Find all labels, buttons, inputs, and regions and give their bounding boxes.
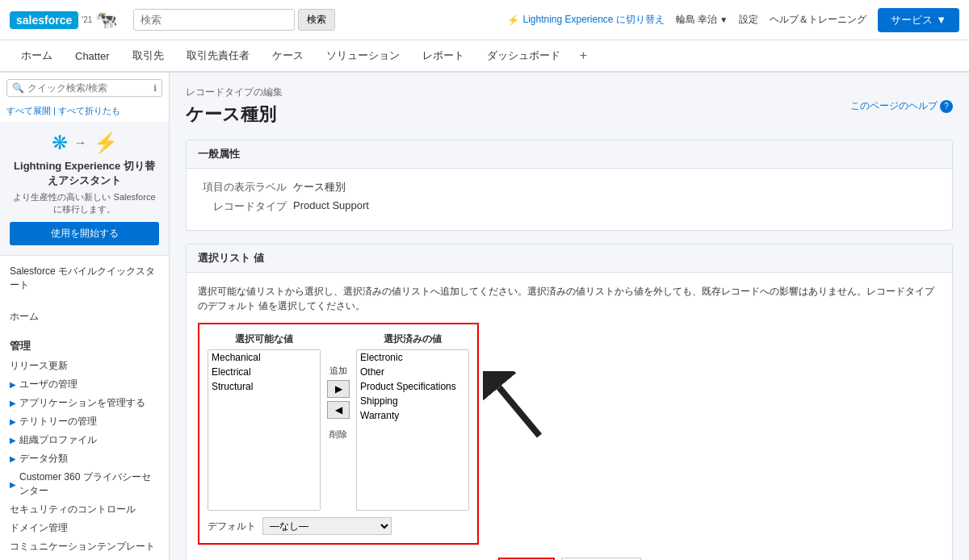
svg-line-1 bbox=[499, 387, 539, 436]
selected-option-other[interactable]: Other bbox=[357, 365, 468, 379]
sidebar-app-mgmt[interactable]: ▶ アプリケーションを管理する bbox=[0, 394, 169, 412]
top-right-actions: ⚡ Lightning Experience に切り替え 輪島 幸治 ▼ 設定 … bbox=[507, 8, 959, 32]
service-label: サービス bbox=[891, 13, 933, 27]
add-to-selected-button[interactable]: ▶ bbox=[327, 380, 350, 398]
selected-option-shipping[interactable]: Shipping bbox=[357, 394, 468, 408]
field-display-value: ケース種別 bbox=[293, 180, 346, 194]
sidebar-c360-privacy[interactable]: ▶ Customer 360 プライバシーセンター bbox=[0, 468, 169, 500]
sidebar-app-mgmt-label: アプリケーションを管理する bbox=[19, 396, 145, 410]
nav-add-button[interactable]: + bbox=[573, 42, 594, 69]
nav-dashboards[interactable]: ダッシュボード bbox=[477, 42, 570, 71]
top-header: salesforce '21 🐄 検索 ⚡ Lightning Experien… bbox=[0, 0, 969, 40]
sidebar-territory-mgmt[interactable]: ▶ テリトリーの管理 bbox=[0, 412, 169, 431]
arrow-icon: ▶ bbox=[10, 436, 16, 445]
sidebar-territory-label: テリトリーの管理 bbox=[19, 415, 97, 428]
user-menu[interactable]: 輪島 幸治 ▼ bbox=[676, 13, 728, 27]
info-icon: ℹ bbox=[153, 83, 157, 94]
sidebar-admin-title: 管理 bbox=[0, 332, 169, 357]
sidebar-security-controls[interactable]: セキュリティのコントロール bbox=[0, 500, 169, 519]
help-circle-icon: ? bbox=[940, 100, 953, 113]
sidebar-data-classification[interactable]: ▶ データ分類 bbox=[0, 449, 169, 468]
sidebar-domain-mgmt[interactable]: ドメイン管理 bbox=[0, 519, 169, 537]
remove-label: 削除 bbox=[329, 428, 347, 441]
expand-all-link[interactable]: すべて展開 bbox=[6, 106, 51, 115]
available-values-list[interactable]: Mechanical Electrical Structural bbox=[208, 349, 321, 511]
available-option-structural[interactable]: Structural bbox=[208, 379, 320, 394]
sidebar-org-profile[interactable]: ▶ 組織プロファイル bbox=[0, 431, 169, 449]
collapse-all-link[interactable]: すべて折りたも bbox=[58, 106, 120, 115]
picklist-panel-body: 選択可能な値リストから選択し、選択済みの値リストへ追加してください。選択済みの値… bbox=[187, 273, 952, 560]
picklist-container: 選択可能な値 Mechanical Electrical Structural … bbox=[198, 323, 479, 545]
sidebar-user-mgmt-label: ユーザの管理 bbox=[19, 378, 78, 391]
nav-accounts[interactable]: 取引先 bbox=[123, 42, 174, 71]
search-input[interactable] bbox=[133, 9, 295, 31]
lightning-promo-box: ❋ → ⚡ Lightning Experience 切り替えアシスタント より… bbox=[0, 122, 169, 256]
selected-option-warranty[interactable]: Warranty bbox=[357, 408, 468, 423]
available-option-mechanical[interactable]: Mechanical bbox=[208, 350, 320, 365]
promo-arrow-icon: → bbox=[74, 136, 87, 150]
field-label-row: 項目の表示ラベル ケース種別 bbox=[198, 180, 941, 194]
available-header: 選択可能な値 bbox=[208, 332, 321, 346]
search-area: 検索 bbox=[133, 9, 335, 31]
promo-salesforce-icon: ❋ bbox=[52, 132, 68, 154]
arrow-icon: ▶ bbox=[10, 417, 16, 426]
page-title-row: レコードタイプの編集 ケース種別 このページのヘルプ ? bbox=[186, 86, 953, 127]
promo-description: より生産性の高い新しい Salesforce に移行します。 bbox=[10, 191, 159, 215]
sidebar-search-input[interactable] bbox=[27, 82, 150, 94]
arrow-icon: ▶ bbox=[10, 380, 16, 389]
general-panel-body: 項目の表示ラベル ケース種別 レコードタイプ Product Support bbox=[187, 169, 952, 230]
sidebar-home-section: ホーム bbox=[0, 301, 169, 332]
setup-link[interactable]: 設定 bbox=[739, 13, 758, 27]
field-display-label: 項目の表示ラベル bbox=[198, 180, 287, 194]
sidebar-expand-collapse: すべて展開 | すべて折りたも bbox=[0, 103, 169, 122]
lightning-switch-link[interactable]: ⚡ Lightning Experience に切り替え bbox=[507, 13, 664, 27]
available-option-electrical[interactable]: Electrical bbox=[208, 365, 320, 379]
nav-contacts[interactable]: 取引先責任者 bbox=[177, 42, 259, 71]
service-button[interactable]: サービス ▼ bbox=[878, 8, 959, 32]
search-button[interactable]: 検索 bbox=[298, 9, 335, 31]
default-label: デフォルト bbox=[208, 520, 256, 533]
sidebar-release-updates[interactable]: リリース更新 bbox=[0, 357, 169, 375]
user-name: 輪島 幸治 bbox=[676, 13, 717, 27]
sf-logo: salesforce bbox=[10, 11, 78, 29]
sidebar-domain-label: ドメイン管理 bbox=[10, 521, 68, 535]
sidebar-mobile-section: Salesforce モバイルクイックスタート bbox=[0, 256, 169, 301]
promo-lightning-icon: ⚡ bbox=[94, 132, 118, 154]
selected-values-list[interactable]: Electronic Other Product Specifications … bbox=[356, 349, 469, 511]
selected-option-electronic[interactable]: Electronic bbox=[357, 350, 468, 365]
general-panel-header: 一般属性 bbox=[187, 140, 952, 169]
promo-start-button[interactable]: 使用を開始する bbox=[10, 222, 159, 245]
promo-icons: ❋ → ⚡ bbox=[10, 132, 159, 154]
page-heading: レコードタイプの編集 ケース種別 bbox=[186, 86, 283, 127]
lightning-icon: ⚡ bbox=[507, 15, 519, 26]
remove-from-selected-button[interactable]: ◀ bbox=[327, 401, 350, 419]
default-row: デフォルト —なし— Electronic Other Product Spec… bbox=[208, 517, 469, 535]
nav-home[interactable]: ホーム bbox=[11, 42, 62, 71]
page-help-link[interactable]: このページのヘルプ ? bbox=[850, 99, 953, 113]
sidebar-home-link[interactable]: ホーム bbox=[10, 307, 159, 326]
selected-option-product-specs[interactable]: Product Specifications bbox=[357, 379, 468, 394]
picklist-middle-controls: 追加 ▶ ◀ 削除 bbox=[321, 332, 356, 441]
sidebar-c360-label: Customer 360 プライバシーセンター bbox=[19, 470, 159, 498]
add-label: 追加 bbox=[329, 365, 347, 377]
arrow-icon: ▶ bbox=[10, 454, 16, 463]
nav-reports[interactable]: レポート bbox=[413, 42, 474, 71]
arrow-icon: ▶ bbox=[10, 480, 16, 489]
breadcrumb: レコードタイプの編集 bbox=[186, 86, 283, 99]
help-training-link[interactable]: ヘルプ＆トレーニング bbox=[770, 13, 866, 27]
sidebar-user-mgmt[interactable]: ▶ ユーザの管理 bbox=[0, 375, 169, 394]
sidebar-search-box[interactable]: 🔍 ℹ bbox=[6, 79, 162, 97]
sidebar-mobile-quickstart[interactable]: Salesforce モバイルクイックスタート bbox=[10, 262, 159, 295]
nav-cases[interactable]: ケース bbox=[262, 42, 313, 71]
default-select[interactable]: —なし— Electronic Other Product Specificat… bbox=[262, 517, 392, 535]
picklist-panel-header: 選択リスト 値 bbox=[187, 244, 952, 273]
nav-solutions[interactable]: ソリューション bbox=[317, 42, 409, 71]
record-type-row: レコードタイプ Product Support bbox=[198, 199, 941, 214]
main-layout: 🔍 ℹ すべて展開 | すべて折りたも ❋ → ⚡ Lightning Expe… bbox=[0, 73, 969, 560]
nav-chatter[interactable]: Chatter bbox=[65, 44, 120, 70]
search-icon: 🔍 bbox=[12, 82, 24, 94]
picklist-columns: 選択可能な値 Mechanical Electrical Structural … bbox=[208, 332, 469, 511]
content-area: レコードタイプの編集 ケース種別 このページのヘルプ ? 一般属性 項目の表示ラ… bbox=[170, 73, 969, 560]
sidebar-comms-template[interactable]: コミュニケーションテンプレート bbox=[0, 537, 169, 556]
navigation-bar: ホーム Chatter 取引先 取引先責任者 ケース ソリューション レポート … bbox=[0, 40, 969, 73]
